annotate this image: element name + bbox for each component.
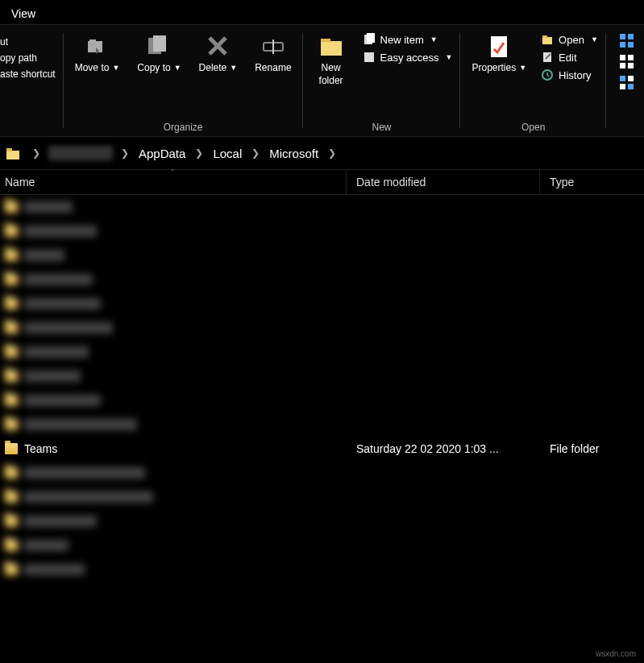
chevron-down-icon: ▼ bbox=[230, 64, 237, 73]
svg-rect-13 bbox=[542, 35, 547, 38]
svg-rect-1 bbox=[89, 39, 96, 42]
svg-rect-6 bbox=[321, 41, 342, 56]
list-item[interactable] bbox=[0, 533, 644, 557]
delete-icon bbox=[205, 33, 231, 59]
open-label: Open bbox=[559, 34, 584, 46]
list-item[interactable] bbox=[0, 292, 644, 316]
breadcrumb-item-microsoft[interactable]: Microsoft bbox=[266, 147, 322, 160]
move-to-button[interactable]: Move to▼ bbox=[72, 31, 123, 77]
list-item[interactable] bbox=[0, 195, 644, 219]
easy-access-button[interactable]: Easy access ▼ bbox=[363, 51, 453, 64]
chevron-right-icon[interactable]: ❯ bbox=[322, 147, 343, 159]
svg-rect-22 bbox=[620, 63, 625, 68]
edit-icon bbox=[541, 51, 554, 64]
properties-label: Properties bbox=[472, 62, 516, 75]
file-type: File folder bbox=[540, 442, 644, 455]
edit-label: Edit bbox=[559, 52, 576, 64]
list-item[interactable] bbox=[0, 557, 644, 582]
chevron-down-icon: ▼ bbox=[446, 53, 453, 61]
group-label-clipboard bbox=[27, 118, 29, 133]
delete-label: Delete bbox=[199, 62, 227, 75]
list-item[interactable] bbox=[0, 243, 644, 267]
copy-to-label: Copy to bbox=[137, 62, 170, 75]
svg-rect-12 bbox=[542, 37, 552, 44]
tab-view[interactable]: View bbox=[0, 2, 47, 24]
ribbon-tab-bar: View bbox=[0, 0, 644, 24]
invert-selection-icon[interactable] bbox=[619, 75, 635, 91]
new-folder-label: New folder bbox=[314, 62, 348, 87]
rename-button[interactable]: Rename bbox=[251, 31, 294, 77]
file-date: Saturday 22 02 2020 1:03 ... bbox=[347, 442, 540, 455]
list-item-teams[interactable]: Teams Saturday 22 02 2020 1:03 ... File … bbox=[0, 437, 644, 461]
open-icon bbox=[541, 33, 554, 46]
paste-shortcut-button[interactable]: aste shortcut bbox=[0, 68, 56, 80]
select-all-icon[interactable] bbox=[619, 33, 635, 49]
list-item[interactable] bbox=[0, 388, 644, 412]
column-headers: Name ˄ Date modified Type bbox=[0, 169, 644, 195]
svg-rect-17 bbox=[628, 34, 634, 39]
easy-access-label: Easy access bbox=[380, 52, 439, 64]
column-header-date[interactable]: Date modified bbox=[347, 170, 540, 194]
chevron-down-icon: ▼ bbox=[430, 35, 438, 44]
column-header-name[interactable]: Name ˄ bbox=[0, 170, 347, 194]
svg-rect-20 bbox=[620, 55, 625, 60]
column-header-type[interactable]: Type bbox=[540, 170, 644, 194]
rename-label: Rename bbox=[255, 62, 291, 75]
svg-rect-16 bbox=[620, 34, 625, 39]
breadcrumb[interactable]: ❯ ❯ AppData ❯ Local ❯ Microsoft ❯ bbox=[0, 137, 644, 169]
select-none-icon[interactable] bbox=[619, 54, 635, 70]
breadcrumb-item-local[interactable]: Local bbox=[210, 147, 245, 160]
list-item[interactable] bbox=[0, 485, 644, 509]
list-item[interactable] bbox=[0, 412, 644, 437]
list-item[interactable] bbox=[0, 509, 644, 533]
column-name-label: Name bbox=[5, 176, 35, 189]
svg-rect-19 bbox=[628, 42, 634, 48]
breadcrumb-item-blurred[interactable] bbox=[48, 146, 113, 160]
svg-rect-23 bbox=[628, 63, 634, 68]
list-item[interactable] bbox=[0, 340, 644, 364]
open-button[interactable]: Open ▼ bbox=[541, 33, 598, 46]
ribbon-group-organize: Move to▼ Copy to▼ Delete▼ Rename bbox=[64, 25, 303, 136]
copy-path-button[interactable]: opy path bbox=[0, 52, 56, 64]
history-button[interactable]: History bbox=[541, 68, 598, 81]
properties-icon bbox=[486, 33, 512, 59]
folder-icon bbox=[5, 145, 21, 161]
svg-rect-27 bbox=[628, 84, 634, 89]
list-item[interactable] bbox=[0, 461, 644, 485]
chevron-down-icon: ▼ bbox=[174, 64, 181, 73]
list-item[interactable] bbox=[0, 364, 644, 388]
list-item[interactable] bbox=[0, 219, 644, 243]
group-label-open: Open bbox=[521, 118, 545, 133]
chevron-right-icon[interactable]: ❯ bbox=[26, 147, 47, 159]
breadcrumb-item-appdata[interactable]: AppData bbox=[135, 147, 189, 160]
easy-access-icon bbox=[363, 51, 376, 64]
chevron-down-icon: ▼ bbox=[112, 64, 119, 73]
history-icon bbox=[541, 68, 554, 81]
chevron-right-icon[interactable]: ❯ bbox=[189, 147, 210, 159]
ribbon-group-clipboard: ut opy path aste shortcut bbox=[0, 25, 64, 136]
move-to-label: Move to bbox=[75, 62, 110, 75]
chevron-right-icon[interactable]: ❯ bbox=[114, 147, 135, 159]
ribbon-group-new: New folder New item ▼ Easy access ▼ New bbox=[303, 25, 461, 136]
chevron-down-icon: ▼ bbox=[519, 64, 526, 73]
copy-to-button[interactable]: Copy to▼ bbox=[134, 31, 184, 77]
svg-rect-21 bbox=[628, 55, 634, 60]
svg-rect-3 bbox=[153, 35, 166, 52]
new-item-button[interactable]: New item ▼ bbox=[363, 33, 453, 46]
svg-rect-25 bbox=[628, 76, 634, 81]
list-item[interactable] bbox=[0, 316, 644, 340]
list-item[interactable] bbox=[0, 267, 644, 292]
svg-rect-24 bbox=[620, 76, 625, 81]
group-label-new: New bbox=[372, 118, 392, 133]
delete-button[interactable]: Delete▼ bbox=[196, 31, 241, 77]
sort-ascending-icon: ˄ bbox=[171, 168, 175, 176]
cut-button[interactable]: ut bbox=[0, 36, 56, 48]
rename-icon bbox=[260, 33, 286, 59]
watermark: wsxdn.com bbox=[596, 649, 636, 658]
properties-button[interactable]: Properties▼ bbox=[468, 31, 530, 77]
svg-rect-11 bbox=[491, 36, 507, 57]
new-folder-button[interactable]: New folder bbox=[311, 31, 351, 89]
chevron-right-icon[interactable]: ❯ bbox=[245, 147, 266, 159]
edit-button[interactable]: Edit bbox=[541, 51, 598, 64]
history-label: History bbox=[559, 69, 591, 81]
